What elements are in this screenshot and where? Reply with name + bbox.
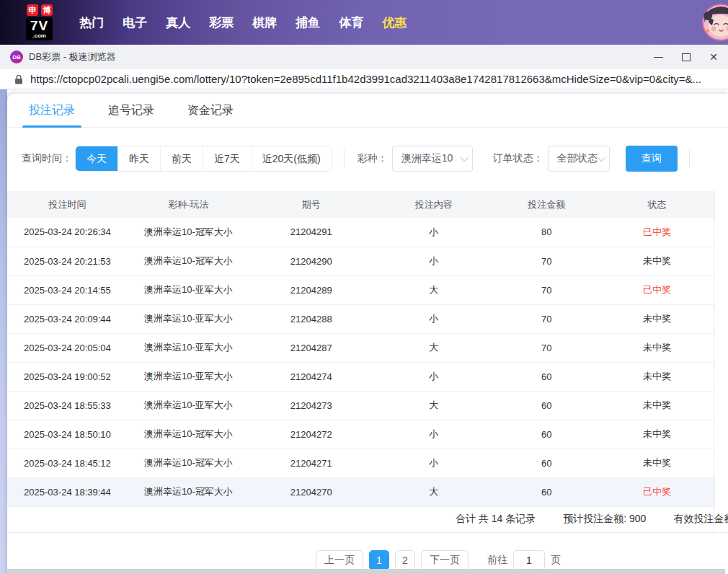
window-title: DB彩票 - 极速浏览器 [29,50,116,63]
time-option-yesterday[interactable]: 昨天 [117,146,160,171]
logo-brand-text: 7V [30,19,48,32]
status-badge: 未中奖 [643,428,671,439]
page-button-1[interactable]: 1 [369,550,389,570]
table-row: 2025-03-24 18:55:33澳洲幸运10-亚军大小 21204273大… [7,391,715,420]
time-filter-label: 查询时间： [22,152,72,165]
logo-badge-shen: 申 [27,4,38,16]
status-badge: 已中奖 [643,486,671,497]
bet-records-table: 投注时间 彩种-玩法 期号 投注内容 投注金额 状态 2025-03-24 20… [7,191,715,507]
table-row: 2025-03-24 19:00:52澳洲幸运10-亚军大小 21204274小… [7,362,715,391]
maximize-icon [682,53,691,61]
goto-page-input[interactable] [513,550,545,570]
time-option-daybefore[interactable]: 前天 [160,146,203,171]
lottery-select-value: 澳洲幸运10 [401,152,453,165]
col-header-bet-content: 投注内容 [373,191,494,218]
browser-titlebar: DB DB彩票 - 极速浏览器 ✕ [0,45,728,69]
horizontal-scrollbar[interactable] [7,569,725,574]
page-button-2[interactable]: 2 [395,550,415,570]
status-badge: 未中奖 [643,313,671,324]
time-option-today[interactable]: 今天 [76,146,117,171]
time-option-last20days[interactable]: 近20天(低频) [251,146,332,171]
tab-bet-records[interactable]: 投注记录 [29,94,75,127]
nav-item-lottery[interactable]: 彩票 [200,14,243,31]
table-row: 2025-03-24 18:39:44澳洲幸运10-冠军大小 21204270大… [7,477,715,506]
order-status-select[interactable]: 全部状态 [548,146,610,172]
site-nav-menu: 热门 电子 真人 彩票 棋牌 捕鱼 体育 优惠 [70,14,416,31]
summary-row: 合计 共 14 条记录 预计投注金额: 900 有效投注金额: [7,507,728,533]
goto-page-unit: 页 [551,554,561,567]
status-badge: 未中奖 [643,457,671,468]
table-row: 2025-03-24 18:50:10澳洲幸运10-冠军大小 21204272小… [7,420,715,449]
records-panel: 投注记录 追号记录 资金记录 查询时间： 今天 昨天 前天 近7天 近20天(低… [7,94,728,574]
nav-item-sports[interactable]: 体育 [329,14,373,31]
tab-fund-records[interactable]: 资金记录 [187,94,234,127]
table-row: 2025-03-24 20:05:04澳洲幸运10-亚军大小 21204287大… [7,333,715,362]
logo-badges: 申 博 [27,4,53,16]
page-content: 投注记录 追号记录 资金记录 查询时间： 今天 昨天 前天 近7天 近20天(低… [0,89,728,574]
nav-item-boardgames[interactable]: 棋牌 [243,14,286,31]
window-controls: ✕ [654,51,718,63]
col-header-issue: 期号 [249,191,373,218]
status-badge: 未中奖 [643,371,671,381]
nav-item-live[interactable]: 真人 [156,14,200,31]
filter-divider [344,149,345,168]
logo-brand-domain: .com [30,33,48,39]
table-row: 2025-03-24 18:45:12澳洲幸运10-冠军大小 21204271小… [7,449,715,477]
nav-item-hot[interactable]: 热门 [70,14,113,31]
close-button[interactable]: ✕ [709,51,718,63]
record-tabs: 投注记录 追号记录 资金记录 [7,94,728,128]
chevron-down-icon [597,154,605,162]
nav-item-promotions[interactable]: 优惠 [373,14,416,31]
table-row: 2025-03-24 20:21:53澳洲幸运10-冠军大小 21204290小… [7,247,715,275]
status-badge: 未中奖 [643,255,671,266]
maximize-button[interactable] [682,51,691,63]
pagination: 上一页 1 2 下一页 前往 页 [316,550,728,570]
site-nav-bar: 申 博 7V .com 热门 电子 真人 彩票 棋牌 捕鱼 体育 优惠 [0,0,728,45]
col-header-bet-amount: 投注金额 [494,191,599,218]
logo-badge-bo: 博 [41,4,53,16]
nav-item-slots[interactable]: 电子 [113,14,156,31]
summary-valid-amount: 有效投注金额: [673,513,728,526]
logo-brand-box: 7V .com [26,17,53,40]
status-badge: 已中奖 [643,226,671,237]
query-button[interactable]: 查询 [626,146,678,172]
time-range-group: 今天 昨天 前天 近7天 近20天(低频) [75,146,332,172]
filter-bar: 查询时间： 今天 昨天 前天 近7天 近20天(低频) 彩种： 澳洲幸运10 订… [22,146,728,172]
avatar[interactable] [702,4,728,41]
prev-page-button[interactable]: 上一页 [316,550,363,570]
status-badge: 未中奖 [643,342,671,353]
next-page-button[interactable]: 下一页 [421,550,469,570]
table-right-divider [714,191,714,532]
lock-icon [14,74,23,84]
chevron-down-icon [460,154,468,162]
page-background-strip [0,89,7,574]
browser-urlbar[interactable]: https://ctopcp02pcali.uengi5e.com/lotter… [0,69,728,89]
col-header-status: 状态 [599,191,715,218]
lottery-select[interactable]: 澳洲幸运10 [392,146,473,172]
site-logo[interactable]: 申 博 7V .com [26,4,53,40]
lottery-filter-label: 彩种： [358,152,388,165]
goto-page-label: 前往 [487,554,507,567]
url-text: https://ctopcp02pcali.uengi5e.com/lotter… [30,73,701,85]
status-select-value: 全部状态 [557,152,598,165]
filter-divider [689,149,690,168]
col-header-game-play: 彩种-玩法 [128,191,249,218]
table-row: 2025-03-24 20:26:34澳洲幸运10-冠军大小 21204291小… [7,218,715,247]
table-row: 2025-03-24 20:09:44澳洲幸运10-亚军大小 21204288小… [7,304,715,333]
nav-item-fishing[interactable]: 捕鱼 [286,14,329,31]
status-badge: 已中奖 [643,284,671,295]
col-header-bet-time: 投注时间 [7,191,128,218]
status-filter-label: 订单状态： [493,152,543,165]
summary-total-records: 合计 共 14 条记录 [456,513,536,526]
table-header-row: 投注时间 彩种-玩法 期号 投注内容 投注金额 状态 [7,191,715,218]
tab-chase-records[interactable]: 追号记录 [108,94,154,127]
status-badge: 未中奖 [643,399,671,410]
time-option-last7days[interactable]: 近7天 [203,146,251,171]
db-browser-icon: DB [10,50,23,63]
minimize-icon [654,57,663,58]
summary-expected-amount: 预计投注金额: 900 [563,513,646,526]
minimize-button[interactable] [654,51,663,63]
table-row: 2025-03-24 20:14:55澳洲幸运10-亚军大小 21204289大… [7,275,715,304]
